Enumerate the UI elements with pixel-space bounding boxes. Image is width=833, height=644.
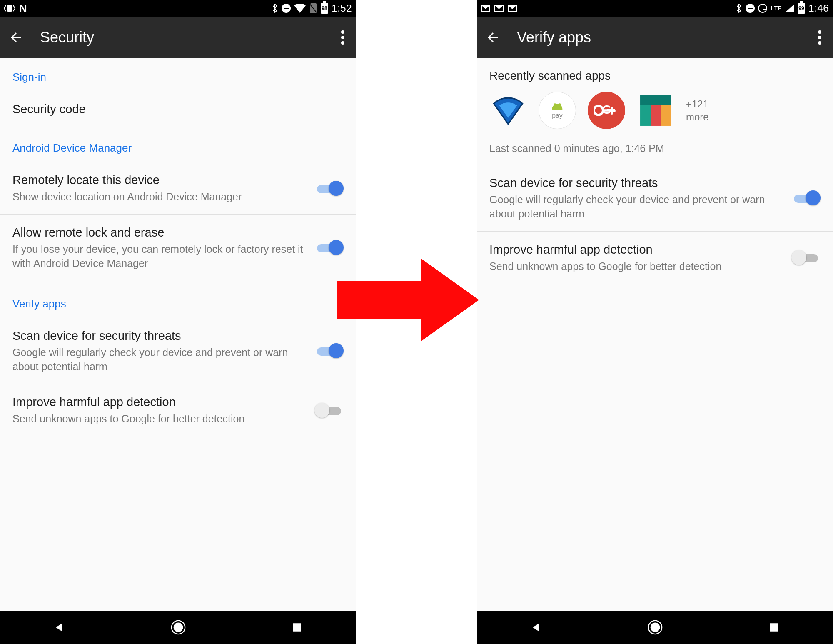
google-plus-icon[interactable]: G + xyxy=(588,92,625,129)
row-sub: Google will regularly check your device … xyxy=(489,193,781,221)
remote-lock-row[interactable]: Allow remote lock and erase If you lose … xyxy=(0,215,356,281)
network-label: LTE xyxy=(771,5,782,12)
app-bar: Verify apps xyxy=(477,17,833,58)
phone-right: LTE 99 1:46 Verify apps Recently scanned… xyxy=(477,0,833,644)
clock-text: 1:52 xyxy=(332,2,352,14)
wifi-app-icon[interactable] xyxy=(489,92,527,129)
row-title: Remotely locate this device xyxy=(12,172,304,188)
nav-recents-button[interactable] xyxy=(766,619,782,636)
page-title: Verify apps xyxy=(517,29,818,46)
dnd-icon xyxy=(746,4,755,13)
nav-bar xyxy=(477,611,833,644)
scan-device-toggle[interactable] xyxy=(791,189,821,207)
wifi-icon xyxy=(294,4,306,13)
row-title: Improve harmful app detection xyxy=(489,242,781,258)
improve-detection-row[interactable]: Improve harmful app detection Send unkno… xyxy=(0,384,356,436)
svg-rect-10 xyxy=(640,95,671,105)
scan-device-row[interactable]: Scan device for security threats Google … xyxy=(0,318,356,384)
mail-icon xyxy=(481,5,490,12)
page-title: Security xyxy=(40,29,341,46)
svg-text:+: + xyxy=(610,104,615,115)
nav-home-button[interactable] xyxy=(647,619,663,636)
svg-rect-4 xyxy=(293,623,301,632)
remote-locate-row[interactable]: Remotely locate this device Show device … xyxy=(0,162,356,215)
svg-point-15 xyxy=(650,623,660,632)
improve-detection-toggle[interactable] xyxy=(791,248,821,267)
tally-app-icon[interactable] xyxy=(637,92,674,129)
recent-apps-header: Recently scanned apps xyxy=(477,58,833,92)
back-button[interactable] xyxy=(8,30,23,45)
nav-back-button[interactable] xyxy=(528,619,545,636)
bluetooth-icon xyxy=(736,3,742,13)
section-verify-apps: Verify apps xyxy=(0,281,356,318)
nav-home-button[interactable] xyxy=(170,619,187,636)
more-count: +121 xyxy=(686,98,708,110)
row-title: Scan device for security threats xyxy=(12,328,304,344)
svg-rect-13 xyxy=(661,105,671,126)
clock-text: 1:46 xyxy=(808,2,829,14)
app-bar: Security xyxy=(0,17,356,58)
status-bar: N 98 1:52 xyxy=(0,0,356,17)
settings-list[interactable]: Sign-in Security code Android Device Man… xyxy=(0,58,356,611)
row-title: Allow remote lock and erase xyxy=(12,225,304,241)
remote-lock-toggle[interactable] xyxy=(314,238,344,257)
scan-device-toggle[interactable] xyxy=(314,342,344,360)
back-button[interactable] xyxy=(485,30,500,45)
section-adm: Android Device Manager xyxy=(0,127,356,162)
phone-left: N 98 1:52 Security Sign-in Security c xyxy=(0,0,356,644)
security-code-row[interactable]: Security code xyxy=(0,91,356,127)
battery-icon: 99 xyxy=(798,3,805,14)
remote-locate-toggle[interactable] xyxy=(314,179,344,197)
last-scanned-text: Last scanned 0 minutes ago, 1:46 PM xyxy=(477,134,833,165)
svg-rect-16 xyxy=(770,623,778,632)
svg-point-3 xyxy=(173,623,183,632)
battery-icon: 98 xyxy=(321,3,328,14)
svg-rect-0 xyxy=(7,5,12,12)
row-title: Security code xyxy=(12,101,344,117)
mail-icon xyxy=(494,5,504,12)
more-word: more xyxy=(686,111,709,122)
row-sub: Google will regularly check your device … xyxy=(12,346,304,374)
verify-apps-content[interactable]: Recently scanned apps pay G + xyxy=(477,58,833,611)
nav-recents-button[interactable] xyxy=(289,619,305,636)
section-signin: Sign-in xyxy=(0,58,356,91)
row-sub: If you lose your device, you can remotel… xyxy=(12,242,304,271)
row-sub: Send unknown apps to Google for better d… xyxy=(489,260,781,274)
scan-device-row[interactable]: Scan device for security threats Google … xyxy=(477,165,833,232)
overflow-menu-button[interactable] xyxy=(818,30,821,45)
row-title: Improve harmful app detection xyxy=(12,394,304,410)
row-sub: Send unknown apps to Google for better d… xyxy=(12,412,304,426)
svg-text:pay: pay xyxy=(552,112,562,119)
mail-icon xyxy=(508,5,517,12)
no-sim-icon xyxy=(309,3,317,13)
overflow-menu-button[interactable] xyxy=(341,30,344,45)
svg-rect-11 xyxy=(640,105,651,126)
android-n-icon: N xyxy=(19,2,27,15)
row-title: Scan device for security threats xyxy=(489,175,781,191)
bluetooth-icon xyxy=(272,3,278,13)
svg-rect-12 xyxy=(651,105,661,126)
dnd-icon xyxy=(282,4,291,13)
improve-detection-toggle[interactable] xyxy=(314,401,344,419)
improve-detection-row[interactable]: Improve harmful app detection Send unkno… xyxy=(477,232,833,284)
signal-icon xyxy=(785,4,794,12)
android-pay-icon[interactable]: pay xyxy=(539,92,576,129)
arrow-annotation-icon xyxy=(337,258,479,342)
nav-back-button[interactable] xyxy=(51,619,68,636)
row-sub: Show device location on Android Device M… xyxy=(12,190,304,204)
vibrate-icon xyxy=(4,4,15,12)
status-bar: LTE 99 1:46 xyxy=(477,0,833,17)
alarm-icon xyxy=(758,4,767,13)
more-apps-label[interactable]: +121 more xyxy=(686,97,709,123)
nav-bar xyxy=(0,611,356,644)
recent-apps-row: pay G + +121 xyxy=(477,92,833,134)
